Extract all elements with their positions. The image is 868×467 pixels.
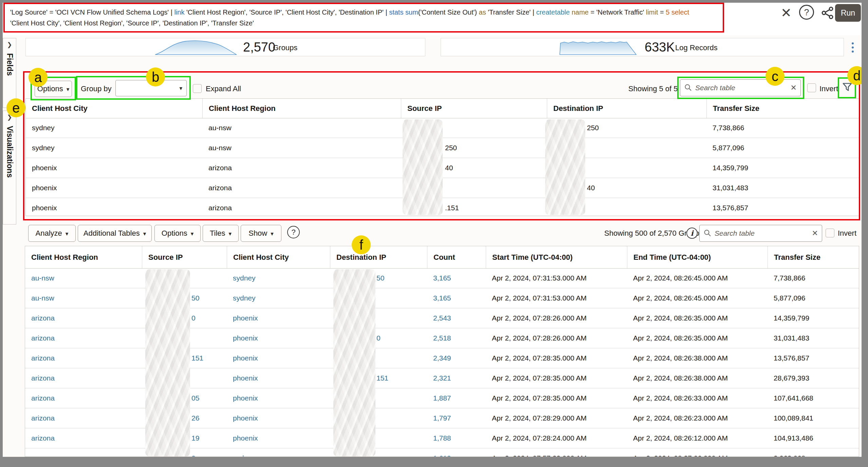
table2-cell-end-time: Apr 2, 2024, 08:26:45.000 AM [633, 288, 728, 308]
table2-cell-start-time: Apr 2, 2024, 07:28:29.000 AM [492, 408, 587, 428]
table2-cell-transfer-size: 100,089,841 [774, 408, 813, 428]
table1-cell-transfer-size: 5,877,096 [713, 138, 744, 158]
kebab-menu-icon[interactable] [849, 40, 856, 55]
table2-cell-count[interactable]: 1,788 [433, 428, 451, 448]
table2-cell-client-host-region[interactable]: au-nsw [31, 448, 54, 457]
search-icon [703, 229, 712, 237]
table2-cell-client-host-region[interactable]: arizona [31, 428, 55, 448]
table1-header-0[interactable]: Client Host City [26, 99, 202, 118]
table2-cell-client-host-city[interactable]: phoenix [233, 368, 258, 388]
table1-header-1[interactable]: Client Host Region [202, 99, 401, 118]
table2-header-0[interactable]: Client Host Region [25, 246, 142, 268]
info-icon[interactable]: i [686, 228, 698, 239]
table2-cell-source-ip-partial[interactable]: 05 [191, 388, 199, 408]
table2-cell-count[interactable]: 2,518 [433, 328, 451, 348]
table2-cell-client-host-city[interactable]: phoenix [233, 408, 258, 428]
query-token: 'Transfer Size' | [486, 8, 536, 16]
tiles-button[interactable]: Tiles [203, 225, 239, 242]
query-token: name [572, 8, 589, 16]
annotation-label-e: e [6, 98, 25, 117]
clear-search-icon[interactable]: ✕ [791, 79, 797, 96]
table2-cell-client-host-city[interactable]: sydney [233, 288, 256, 308]
table2-cell-client-host-region[interactable]: arizona [31, 388, 55, 408]
table2-cell-client-host-city[interactable]: sydney [233, 268, 256, 288]
sidebar-tab-fields[interactable]: ❯ Fields [3, 38, 16, 108]
table2-cell-client-host-region[interactable]: au-nsw [31, 288, 54, 308]
table1-cell-destination-ip-partial: 250 [587, 118, 599, 138]
table2-cell-count[interactable]: 1,613 [433, 448, 451, 457]
query-editor[interactable]: 'Log Source' = 'OCI VCN Flow Unified Sch… [3, 3, 724, 33]
sidebar-tab-visualizations[interactable]: ❯ Visualizations [3, 111, 16, 225]
invert-checkbox-table1[interactable] [807, 83, 816, 92]
table2-cell-count[interactable]: 1,797 [433, 408, 451, 428]
caret-down-icon [271, 229, 274, 238]
table1-header-3[interactable]: Destination IP [547, 99, 706, 118]
table2-cell-source-ip-partial[interactable]: 0 [191, 308, 196, 328]
table2-cell-client-host-city[interactable]: phoenix [233, 308, 258, 328]
table2-header-1[interactable]: Source IP [142, 246, 227, 268]
table2-cell-client-host-city[interactable]: phoenix [233, 388, 258, 408]
table2-cell-destination-ip-partial[interactable]: 50 [376, 268, 384, 288]
table2-cell-client-host-city[interactable]: phoenix [233, 428, 258, 448]
run-button[interactable]: Run [835, 4, 861, 22]
table2-header-6[interactable]: End Time (UTC-04:00) [627, 246, 768, 268]
table2-cell-end-time: Apr 2, 2024, 08:27:06.000 AM [633, 448, 728, 457]
table2-header-5[interactable]: Start Time (UTC-04:00) [486, 246, 627, 268]
table2-cell-count[interactable]: 2,543 [433, 308, 451, 328]
table2-cell-source-ip-partial[interactable]: 19 [191, 428, 199, 448]
analyze-button[interactable]: Analyze [28, 225, 76, 242]
table2-cell-client-host-region[interactable]: arizona [31, 328, 55, 348]
options-button-2[interactable]: Options [154, 225, 201, 242]
table2-cell-source-ip-partial[interactable]: 151 [191, 348, 203, 368]
search-icon [684, 83, 692, 92]
help-icon[interactable]: ? [799, 5, 814, 20]
groups-sparkline [153, 39, 239, 55]
table2-header-2[interactable]: Client Host City [227, 246, 330, 268]
table2-cell-client-host-city[interactable]: phoenix [233, 348, 258, 368]
table1-cell-client-host-region: au-nsw [208, 138, 232, 158]
redaction-blob-table2-destination-ip [333, 269, 375, 456]
help-icon[interactable]: ? [287, 226, 300, 238]
table2-cell-client-host-region[interactable]: arizona [31, 408, 55, 428]
table2-cell-source-ip-partial[interactable]: 26 [191, 408, 199, 428]
table2-cell-client-host-city[interactable]: phoenix [233, 328, 258, 348]
table2-header-7[interactable]: Transfer Size [768, 246, 859, 268]
table2-cell-count[interactable]: 1,887 [433, 388, 451, 408]
show-button[interactable]: Show [241, 225, 281, 242]
table2-cell-count[interactable]: 2,321 [433, 368, 451, 388]
query-token: ('Content Size Out') [418, 8, 479, 16]
table2-cell-source-ip-partial[interactable]: 50 [191, 288, 199, 308]
table2-cell-client-host-city[interactable]: sydney [233, 448, 256, 457]
table1-header-4[interactable]: Transfer Size [706, 99, 859, 118]
table2-header-4[interactable]: Count [427, 246, 486, 268]
expand-all-checkbox[interactable] [193, 84, 202, 93]
query-token: 'Client Host Region', 'Source IP', 'Clie… [184, 8, 389, 16]
close-icon[interactable]: ✕ [781, 5, 792, 20]
clear-search-icon[interactable]: ✕ [812, 225, 818, 242]
table1-cell-transfer-size: 7,738,866 [713, 118, 744, 138]
query-token: sum [405, 8, 418, 16]
table2-cell-count[interactable]: 3,165 [433, 268, 451, 288]
table2-search-input[interactable] [699, 225, 822, 242]
table2-cell-count[interactable]: 2,349 [433, 348, 451, 368]
annotation-label-b: b [146, 67, 165, 86]
table2-cell-client-host-region[interactable]: arizona [31, 368, 55, 388]
share-icon[interactable] [820, 5, 835, 20]
table2-cell-destination-ip-partial[interactable]: 0 [376, 328, 381, 348]
table2-cell-transfer-size: 5,877,096 [774, 288, 805, 308]
table2-cell-client-host-region[interactable]: arizona [31, 348, 55, 368]
table2-cell-transfer-size: 31,031,483 [774, 328, 809, 348]
invert-checkbox-table2[interactable] [826, 229, 834, 237]
table2-header-3[interactable]: Destination IP [330, 246, 427, 268]
table1-header-2[interactable]: Source IP [401, 99, 547, 118]
table2-cell-destination-ip-partial[interactable]: 151 [376, 368, 388, 388]
table1-cell-client-host-region: arizona [208, 198, 232, 216]
table1-cell-transfer-size: 13,576,857 [713, 198, 748, 216]
table2-cell-end-time: Apr 2, 2024, 08:26:35.000 AM [633, 308, 728, 328]
additional-tables-button[interactable]: Additional Tables [78, 225, 152, 242]
redaction-blob-table2-source-ip [145, 269, 190, 456]
table2-cell-client-host-region[interactable]: arizona [31, 308, 55, 328]
table2-cell-count[interactable]: 3,165 [433, 288, 451, 308]
table2-cell-client-host-region[interactable]: au-nsw [31, 268, 54, 288]
table2-cell-source-ip-partial[interactable]: 2 [191, 448, 196, 457]
